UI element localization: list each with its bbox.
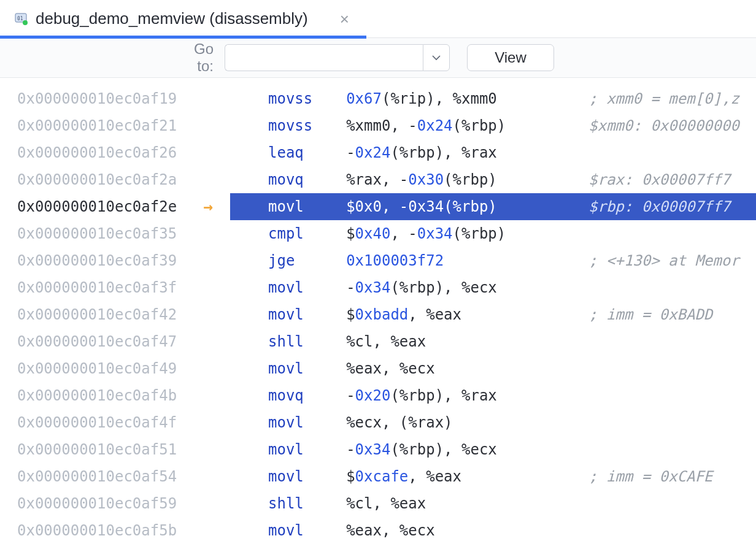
mnemonic: movss bbox=[268, 117, 330, 134]
instruction-row[interactable]: movq -0x20(%rbp), %rax bbox=[230, 382, 756, 409]
operands: %cl, %eax bbox=[346, 495, 426, 512]
mnemonic: movl bbox=[268, 279, 330, 296]
svg-point-2 bbox=[23, 20, 28, 25]
mnemonic: movl bbox=[268, 198, 330, 215]
instruction-row[interactable]: leaq -0x24(%rbp), %rax bbox=[230, 139, 756, 166]
instruction-row[interactable]: movss %xmm0, -0x24(%rbp)$xmm0: 0x0000000… bbox=[230, 112, 756, 139]
tab-disassembly[interactable]: 01 debug_demo_memview (disassembly) × bbox=[14, 0, 360, 38]
mnemonic: movl bbox=[268, 306, 330, 323]
current-line-marker bbox=[230, 193, 233, 220]
goto-label: Go to: bbox=[174, 40, 225, 75]
operands: 0x67(%rip), %xmm0 bbox=[346, 90, 497, 107]
instruction-row[interactable]: movl -0x34(%rbp), %ecx bbox=[230, 436, 756, 463]
operands: 0x100003f72 bbox=[346, 252, 444, 269]
address-cell[interactable]: 0x000000010ec0af4b bbox=[0, 382, 230, 409]
operands: -0x34(%rbp), %ecx bbox=[346, 441, 497, 458]
operands: %ecx, (%rax) bbox=[346, 414, 452, 431]
instruction-row[interactable]: movl %eax, %ecx bbox=[230, 355, 756, 382]
operands: -0x24(%rbp), %rax bbox=[346, 144, 497, 161]
mnemonic: jge bbox=[268, 252, 330, 269]
instruction-row[interactable]: cmpl $0x40, -0x34(%rbp) bbox=[230, 220, 756, 247]
instruction-row[interactable]: movl %eax, %ecx bbox=[230, 517, 756, 544]
address-cell[interactable]: 0x000000010ec0af3f bbox=[0, 274, 230, 301]
operands: -0x20(%rbp), %rax bbox=[346, 387, 497, 404]
address-cell[interactable]: 0x000000010ec0af54 bbox=[0, 463, 230, 490]
address-cell[interactable]: 0x000000010ec0af2a bbox=[0, 166, 230, 193]
svg-text:01: 01 bbox=[17, 16, 23, 21]
mnemonic: movl bbox=[268, 414, 330, 431]
operands: $0xbadd, %eax bbox=[346, 306, 461, 323]
goto-dropdown-button[interactable] bbox=[423, 44, 450, 71]
tab-active-indicator bbox=[0, 36, 366, 39]
operands: $0xcafe, %eax bbox=[346, 468, 461, 485]
address-cell[interactable]: 0x000000010ec0af49 bbox=[0, 355, 230, 382]
address-cell[interactable]: 0x000000010ec0af39 bbox=[0, 247, 230, 274]
instruction-row[interactable]: movq %rax, -0x30(%rbp)$rax: 0x00007ff7 bbox=[230, 166, 756, 193]
instruction-row[interactable]: movl %ecx, (%rax) bbox=[230, 409, 756, 436]
disassembly-view: 0x000000010ec0af190x000000010ec0af210x00… bbox=[0, 78, 756, 552]
address-cell[interactable]: 0x000000010ec0af21 bbox=[0, 112, 230, 139]
tab-title: debug_demo_memview (disassembly) bbox=[36, 9, 308, 28]
operands: %rax, -0x30(%rbp) bbox=[346, 171, 497, 188]
instruction-row[interactable]: shll %cl, %eax bbox=[230, 490, 756, 517]
goto-combo bbox=[225, 44, 450, 71]
chevron-down-icon bbox=[432, 55, 441, 61]
disassembly-toolbar: Go to: View bbox=[0, 38, 756, 78]
mnemonic: cmpl bbox=[268, 225, 330, 242]
address-cell[interactable]: 0x000000010ec0af5b bbox=[0, 517, 230, 544]
mnemonic: movq bbox=[268, 387, 330, 404]
binary-file-icon: 01 bbox=[14, 12, 28, 26]
mnemonic: movl bbox=[268, 360, 330, 377]
instruction-row[interactable]: movl -0x34(%rbp), %ecx bbox=[230, 274, 756, 301]
address-cell[interactable]: 0x000000010ec0af35 bbox=[0, 220, 230, 247]
instruction-row[interactable]: shll %cl, %eax bbox=[230, 328, 756, 355]
instruction-row[interactable]: movl $0x0, -0x34(%rbp)$rbp: 0x00007ff7 bbox=[230, 193, 756, 220]
mnemonic: movss bbox=[268, 90, 330, 107]
mnemonic: shll bbox=[268, 333, 330, 350]
close-icon[interactable]: × bbox=[334, 9, 355, 29]
instruction-comment: ; imm = 0xCAFE bbox=[588, 463, 712, 490]
tab-bar: 01 debug_demo_memview (disassembly) × bbox=[0, 0, 756, 38]
mnemonic: leaq bbox=[268, 144, 330, 161]
address-cell[interactable]: 0x000000010ec0af42 bbox=[0, 301, 230, 328]
instruction-comment: ; xmm0 = mem[0],z bbox=[588, 85, 739, 112]
instruction-comment: ; imm = 0xBADD bbox=[588, 301, 712, 328]
operands: %cl, %eax bbox=[346, 333, 426, 350]
address-cell[interactable]: 0x000000010ec0af47 bbox=[0, 328, 230, 355]
operands: $0x0, -0x34(%rbp) bbox=[346, 198, 497, 215]
address-cell[interactable]: 0x000000010ec0af19 bbox=[0, 85, 230, 112]
address-cell[interactable]: 0x000000010ec0af51 bbox=[0, 436, 230, 463]
mnemonic: movl bbox=[268, 441, 330, 458]
address-cell[interactable]: 0x000000010ec0af2e→ bbox=[0, 193, 230, 220]
instruction-row[interactable]: movss 0x67(%rip), %xmm0; xmm0 = mem[0],z bbox=[230, 85, 756, 112]
view-button[interactable]: View bbox=[467, 44, 554, 71]
mnemonic: shll bbox=[268, 495, 330, 512]
operands: %eax, %ecx bbox=[346, 522, 435, 539]
address-gutter: 0x000000010ec0af190x000000010ec0af210x00… bbox=[0, 78, 230, 552]
operands: -0x34(%rbp), %ecx bbox=[346, 279, 497, 296]
mnemonic: movq bbox=[268, 171, 330, 188]
mnemonic: movl bbox=[268, 468, 330, 485]
operands: $0x40, -0x34(%rbp) bbox=[346, 225, 506, 242]
instruction-comment: ; <+130> at Memor bbox=[588, 247, 739, 274]
address-cell[interactable]: 0x000000010ec0af4f bbox=[0, 409, 230, 436]
goto-input[interactable] bbox=[225, 44, 423, 71]
current-line-arrow-icon: → bbox=[203, 197, 213, 216]
address-cell[interactable]: 0x000000010ec0af59 bbox=[0, 490, 230, 517]
instruction-comment: $xmm0: 0x00000000 bbox=[588, 112, 739, 139]
operands: %eax, %ecx bbox=[346, 360, 435, 377]
instruction-row[interactable]: movl $0xbadd, %eax; imm = 0xBADD bbox=[230, 301, 756, 328]
mnemonic: movl bbox=[268, 522, 330, 539]
address-cell[interactable]: 0x000000010ec0af26 bbox=[0, 139, 230, 166]
instruction-pane[interactable]: movss 0x67(%rip), %xmm0; xmm0 = mem[0],z… bbox=[230, 78, 756, 552]
instruction-row[interactable]: jge 0x100003f72; <+130> at Memor bbox=[230, 247, 756, 274]
operands: %xmm0, -0x24(%rbp) bbox=[346, 117, 506, 134]
instruction-comment: $rax: 0x00007ff7 bbox=[588, 166, 730, 193]
instruction-comment: $rbp: 0x00007ff7 bbox=[588, 193, 730, 220]
instruction-row[interactable]: movl $0xcafe, %eax; imm = 0xCAFE bbox=[230, 463, 756, 490]
